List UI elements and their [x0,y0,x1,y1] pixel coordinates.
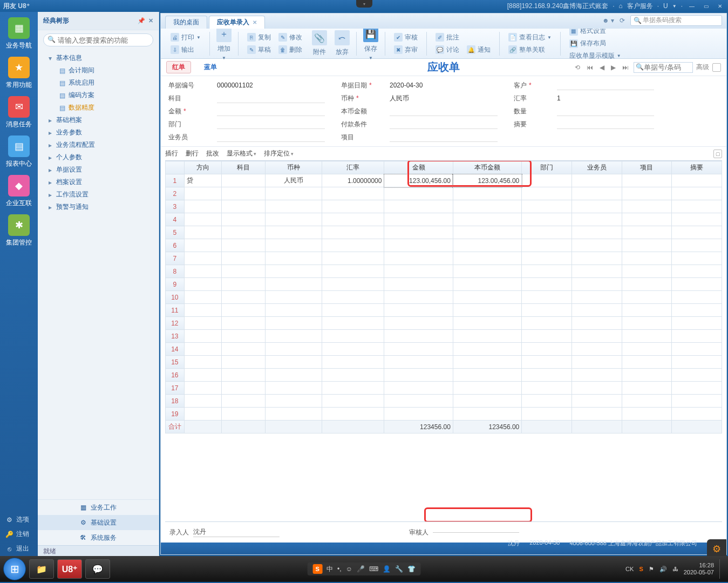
table-row[interactable]: 10 [166,291,722,304]
tree-node[interactable]: 档案设置 [38,176,159,188]
col-sum[interactable]: 摘要 [672,161,722,174]
next-icon[interactable]: ▶ [609,64,617,71]
tree-leaf[interactable]: ▤编码方案 [38,89,159,101]
tree-node[interactable]: 业务流程配置 [38,139,159,151]
btab-service[interactable]: 🛠系统服务 [38,530,159,545]
table-row[interactable]: 1贷人民币1.00000000123.00,456.00123.00,456.0… [166,174,722,187]
log-button[interactable]: 📄查看日志▼ [505,32,555,43]
task-explorer[interactable]: 📁 [29,559,54,579]
delete-row-button[interactable]: 删行 [186,149,199,158]
app-link[interactable]: ◆企业互联 [3,175,35,208]
tree-leaf[interactable]: ▤系统启用 [38,77,159,89]
val-dept[interactable] [217,119,325,129]
adv-link[interactable]: 高级 [696,63,709,72]
undo-icon[interactable]: ⟲ [573,64,582,71]
val-sales[interactable] [217,132,325,142]
val-subj[interactable] [217,93,325,103]
logout-button[interactable]: 🔑注销 [1,527,37,541]
first-icon[interactable]: ⏮ [585,64,595,71]
abandon-button[interactable]: ⤺放弃 [331,29,353,58]
pin-icon[interactable]: 📌 [138,17,145,24]
task-u8[interactable]: U8⁺ [57,559,82,579]
unaudit-button[interactable]: ✖弃审 [391,44,421,56]
refresh-icon[interactable]: ⟳ [620,17,625,24]
display-format-button[interactable]: 显示格式 [227,149,256,158]
table-row[interactable]: 15 [166,356,722,369]
layout-button[interactable]: 💾保存布局 [566,38,624,49]
tab-receipt-entry[interactable]: 应收单录入✕ [209,16,265,29]
discuss-button[interactable]: 💬讨论 [432,44,462,56]
app-msg[interactable]: ✉消息任务 [3,96,35,129]
table-row[interactable]: 13 [166,330,722,343]
table-row[interactable]: 3 [166,200,722,213]
table-row[interactable]: 16 [166,369,722,382]
modify-button[interactable]: ✎修改 [275,32,305,43]
val-rate[interactable]: 1 [557,94,654,102]
col-rate[interactable]: 汇率 [322,161,384,174]
user-icon[interactable]: ☻ ▾ [602,17,614,24]
system-tray[interactable]: CK S ⚑ 🔊 🖧 16:28 2020-05-07 [625,559,725,579]
btab-work[interactable]: ▦业务工作 [38,500,159,515]
link-button[interactable]: 🔗整单关联 [505,44,555,56]
start-button[interactable]: ⊞ [3,558,26,580]
col-dept[interactable]: 部门 [522,161,572,174]
home-icon[interactable]: ⌂ [618,2,622,10]
app-nav[interactable]: ▦业务导航 [3,17,35,50]
close-icon[interactable]: ✕ [148,17,153,24]
note-button[interactable]: ✐批注 [432,32,494,43]
tree-root[interactable]: 基本信息 [38,52,159,64]
table-row[interactable]: 18 [166,395,722,408]
export-button[interactable]: ⇩输出 [167,44,204,56]
tree-leaf[interactable]: ▤会计期间 [38,64,159,77]
val-sum[interactable] [557,119,654,129]
tree-node[interactable]: 预警与通知 [38,201,159,213]
col-bamt[interactable]: 本币金额 [453,161,521,174]
col-proj[interactable]: 项目 [622,161,672,174]
save-button[interactable]: 💾保存▼ [360,26,382,62]
col-amt[interactable]: 金额 [384,161,453,174]
tab-desktop[interactable]: 我的桌面 [165,16,207,29]
table-row[interactable]: 8 [166,265,722,278]
val-curr[interactable]: 人民币 [390,94,498,103]
grid[interactable]: 方向 科目 币种 汇率 金额 本币金额 部门 业务员 项目 摘要 1贷人民币1.… [165,161,722,433]
notify-button[interactable]: 🔔通知 [464,44,494,56]
table-row[interactable]: 4 [166,213,722,226]
val-amt[interactable] [217,106,325,116]
insert-row-button[interactable]: 插行 [165,149,178,158]
chev-down-icon[interactable]: ▼ [672,4,677,9]
col-subj[interactable]: 科目 [222,161,266,174]
table-row[interactable]: 11 [166,304,722,317]
val-proj[interactable] [390,132,498,142]
val-bamt[interactable] [390,106,498,116]
audit-button[interactable]: ✔审核 [391,32,421,43]
col-curr[interactable]: 币种 [266,161,322,174]
table-row[interactable]: 5 [166,226,722,239]
tree-node[interactable]: 业务参数 [38,126,159,139]
notch[interactable]: ▾ [356,0,372,8]
tree-node[interactable]: 工作流设置 [38,188,159,201]
prev-icon[interactable]: ◀ [598,64,606,71]
service-label[interactable]: 客户服务 [627,2,653,11]
draft-button[interactable]: ✎草稿 [244,44,274,56]
table-row[interactable]: 6 [166,239,722,252]
app-fav[interactable]: ★常用功能 [3,57,35,90]
delete-button[interactable]: 🗑删除 [275,44,305,56]
maximize-grid-icon[interactable]: ▢ [713,150,722,158]
tree-search-input[interactable] [43,33,153,46]
attach-button[interactable]: 📎附件 [309,29,330,58]
maximize-button[interactable]: ▭ [701,2,711,10]
batch-edit-button[interactable]: 批改 [206,149,219,158]
sort-button[interactable]: 排序定位 [264,149,294,158]
tree-node[interactable]: 基础档案 [38,114,159,126]
table-row[interactable]: 14 [166,343,722,356]
tab-search[interactable]: 🔍单据条码搜索 [630,15,722,26]
tree-node[interactable]: 单据设置 [38,164,159,176]
table-row[interactable]: 9 [166,278,722,291]
close-button[interactable]: ✕ [715,2,725,10]
col-sales[interactable]: 业务员 [571,161,622,174]
ime-bar[interactable]: S 中 •, ☺ 🎤 ⌨ 👤 🔧 👕 [307,562,421,575]
tree-node[interactable]: 个人参数 [38,151,159,164]
blue-doc-tab[interactable]: 蓝单 [199,62,222,73]
table-row[interactable]: 2 [166,187,722,200]
clock[interactable]: 16:28 2020-05-07 [684,562,714,576]
